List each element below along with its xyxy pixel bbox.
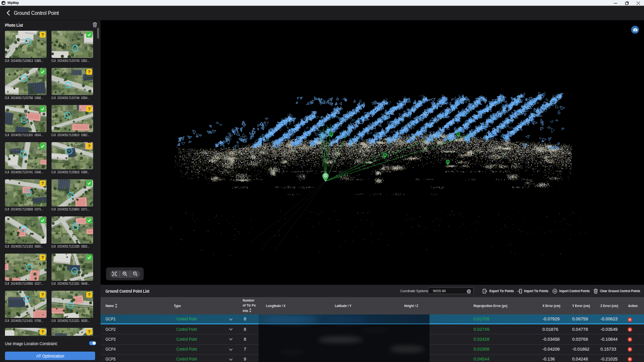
restore-button[interactable] bbox=[621, 0, 633, 6]
checkmark-badge bbox=[86, 32, 92, 38]
photo-thumbnail[interactable]: ? bbox=[52, 105, 93, 132]
delete-photos-button[interactable] bbox=[92, 22, 98, 28]
delete-gcp-button[interactable] bbox=[628, 317, 632, 322]
photo-item[interactable]: DJI_20240517121335_0652... bbox=[52, 216, 93, 248]
photo-filename: DJI_20240517120810_0382... bbox=[52, 133, 93, 137]
gcp-marker[interactable] bbox=[446, 159, 450, 165]
photo-thumbnail[interactable] bbox=[52, 31, 93, 58]
camera-icon bbox=[633, 28, 638, 32]
delete-gcp-button[interactable] bbox=[628, 347, 632, 352]
photo-thumbnail[interactable]: ? bbox=[52, 291, 93, 318]
point-cloud-viewport[interactable] bbox=[101, 20, 644, 285]
column-header-number-of-tie-points[interactable]: Number of Tie Points bbox=[238, 297, 261, 314]
photo-filename: DJI_20240517120556_0237... bbox=[5, 282, 47, 285]
gcp-marker[interactable] bbox=[383, 153, 387, 158]
tie-point-count: 7 bbox=[238, 345, 261, 354]
gcp-type-dropdown[interactable]: Control Point bbox=[169, 345, 238, 354]
photo-thumbnail[interactable]: ? bbox=[5, 31, 47, 58]
at-optimization-button[interactable]: AT Optimization bbox=[5, 352, 95, 360]
gcp-type-dropdown[interactable]: Control Point bbox=[169, 324, 238, 334]
gcp-type-dropdown[interactable]: Control Point bbox=[169, 355, 238, 362]
back-button[interactable] bbox=[4, 9, 12, 17]
photo-item[interactable]: ? bbox=[5, 328, 47, 336]
reprojection-error: 0.04544 bbox=[469, 355, 537, 362]
globe-icon bbox=[467, 289, 471, 294]
photo-thumbnail[interactable]: ? bbox=[5, 179, 47, 207]
check-icon bbox=[41, 70, 45, 74]
photo-thumbnail[interactable]: ? bbox=[52, 68, 93, 95]
column-header-label: Y Error (cm) bbox=[572, 304, 590, 309]
checkmark-badge bbox=[86, 180, 92, 186]
delete-gcp-button[interactable] bbox=[628, 357, 632, 362]
sort-icon bbox=[115, 304, 117, 308]
photo-list-scrollbar[interactable] bbox=[97, 28, 99, 39]
photo-thumbnail[interactable] bbox=[5, 142, 47, 169]
gcp-type-dropdown[interactable]: Control Point bbox=[169, 334, 238, 344]
photo-thumbnail[interactable] bbox=[52, 216, 93, 244]
photo-item[interactable]: ?DJI_20240517120810_0382... bbox=[52, 105, 93, 137]
fit-view-button[interactable] bbox=[110, 270, 120, 278]
zoom-in-button[interactable] bbox=[119, 270, 130, 278]
page-title: Ground Control Point bbox=[14, 10, 59, 16]
photo-item[interactable]: ?DJI_20240517121321_0635... bbox=[52, 291, 93, 322]
minimize-button[interactable] bbox=[610, 0, 621, 6]
photo-thumbnail[interactable] bbox=[52, 254, 93, 281]
photo-item[interactable]: ?DJI_20240517120813_0385... bbox=[5, 31, 47, 62]
export-tie-points-button[interactable]: Export Tie Points bbox=[483, 285, 522, 297]
photo-item[interactable]: DJI_20240517120741_0348... bbox=[5, 142, 47, 174]
gcp-marker[interactable] bbox=[456, 132, 460, 138]
photo-thumbnail[interactable]: ? bbox=[52, 328, 93, 336]
photo-item[interactable]: DJI_20240517121333_0650... bbox=[5, 216, 47, 248]
photo-thumbnail[interactable]: ? bbox=[5, 291, 47, 318]
photo-thumbnail[interactable] bbox=[52, 179, 93, 207]
gcp-marker-selected[interactable] bbox=[322, 173, 328, 181]
import-control-points-button[interactable]: Import Control Points bbox=[552, 285, 600, 297]
photo-item[interactable]: ? bbox=[52, 328, 93, 336]
blur-blob bbox=[318, 336, 363, 343]
delete-gcp-button[interactable] bbox=[628, 337, 632, 342]
gcp-type-dropdown[interactable]: Control Point bbox=[169, 314, 238, 323]
camera-capture-button[interactable] bbox=[631, 26, 639, 34]
checkmark-badge bbox=[40, 106, 46, 112]
zoom-out-button[interactable] bbox=[130, 270, 140, 278]
photo-thumbnail[interactable]: ? bbox=[5, 328, 47, 336]
question-badge: ? bbox=[86, 329, 92, 335]
photo-item[interactable]: DJI_20240517120758_0368... bbox=[5, 68, 47, 100]
photo-thumbnail[interactable] bbox=[5, 68, 47, 95]
question-badge: ? bbox=[40, 180, 46, 186]
photo-item[interactable]: ?DJI_20240517120816_0389... bbox=[52, 142, 93, 174]
close-button[interactable] bbox=[633, 0, 644, 6]
photo-item[interactable]: ?DJI_20240517120808_0379... bbox=[5, 179, 47, 211]
column-header-label: Height / Z bbox=[404, 304, 418, 309]
image-location-constraint-toggle[interactable] bbox=[89, 341, 96, 345]
photo-item[interactable]: DJI_20240517120743_0351... bbox=[52, 31, 93, 62]
import-tie-points-button[interactable]: Import Tie Points bbox=[517, 285, 556, 297]
question-badge: ? bbox=[40, 32, 46, 38]
import-icon bbox=[517, 289, 522, 294]
photo-thumbnail[interactable]: ? bbox=[5, 254, 47, 281]
photo-item[interactable]: DJI_20240517121320_0634... bbox=[5, 105, 47, 137]
photo-item[interactable]: ?DJI_20240517121431_0708... bbox=[5, 291, 47, 322]
photo-item[interactable]: ?DJI_20240517120556_0237... bbox=[5, 254, 47, 285]
photo-item[interactable]: DJI_20240517120800_0371... bbox=[52, 179, 93, 211]
clear-ground-control-points-button[interactable]: Clear Ground Control Points bbox=[593, 285, 644, 297]
delete-gcp-button[interactable] bbox=[628, 327, 632, 332]
photo-item[interactable]: DJI_20240517121331_0648... bbox=[52, 254, 93, 285]
photo-thumbnail[interactable]: ? bbox=[52, 142, 93, 169]
column-header-name[interactable]: Name bbox=[101, 297, 169, 314]
gcp-list-panel: Ground Control Point List Coordinate Sys… bbox=[101, 285, 644, 362]
zoom-in-icon bbox=[122, 271, 127, 276]
photo-item[interactable]: ?DJI_20240517120746_0354... bbox=[52, 68, 93, 100]
checkmark-badge bbox=[86, 217, 92, 223]
photo-thumbnail[interactable] bbox=[5, 216, 47, 244]
chevron-down-icon bbox=[229, 328, 233, 331]
coordinate-system-select[interactable]: WGS 84 bbox=[428, 287, 474, 294]
x-error: -0.07929 bbox=[537, 314, 567, 323]
action-label: Clear Ground Control Points bbox=[600, 289, 640, 293]
question-badge: ? bbox=[40, 255, 46, 260]
check-icon bbox=[41, 107, 45, 111]
photo-thumbnail[interactable] bbox=[5, 105, 47, 132]
import-circle-icon bbox=[552, 289, 557, 294]
action-label: Import Control Points bbox=[559, 289, 590, 293]
gcp-marker[interactable] bbox=[329, 132, 333, 138]
